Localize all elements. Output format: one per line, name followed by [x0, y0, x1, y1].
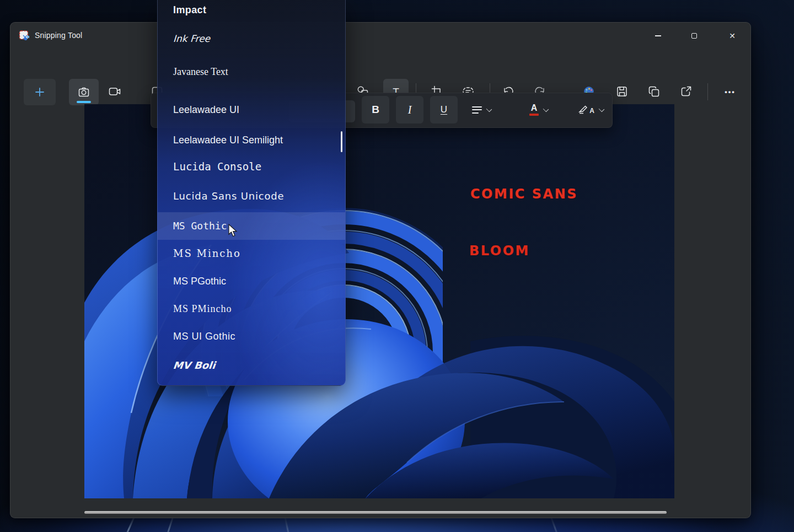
snipping-tool-app-icon: [18, 30, 30, 42]
font-family-dropdown: ImpactInk FreeJavanese TextLeelawadee UI…: [157, 0, 346, 386]
font-option-lucida-console[interactable]: Lucida Console: [158, 153, 345, 180]
font-option-ink-free[interactable]: Ink Free: [157, 25, 346, 52]
font-color-button[interactable]: A: [519, 98, 559, 121]
new-snip-button[interactable]: [24, 79, 56, 105]
close-button[interactable]: ✕: [720, 28, 745, 44]
italic-button[interactable]: I: [396, 96, 423, 123]
canvas-text-comic-sans: COMIC SANS: [470, 186, 578, 202]
share-icon: [679, 85, 693, 98]
font-option-lucida-sans-unicode[interactable]: Lucida Sans Unicode: [158, 182, 345, 210]
font-option-ms-pmincho[interactable]: MS PMincho: [158, 295, 345, 323]
font-option-ms-ui-gothic[interactable]: MS UI Gothic: [158, 323, 345, 350]
snipping-tool-window: Snipping Tool ✕: [10, 22, 751, 518]
toolbar: T: [10, 49, 750, 81]
snip-mode-button[interactable]: [69, 79, 99, 105]
share-button[interactable]: [674, 79, 698, 104]
font-option-leelawadee-ui[interactable]: Leelawadee UI: [158, 96, 345, 123]
font-option-ms-mincho[interactable]: MS Mincho: [158, 240, 345, 267]
video-camera-icon: [108, 85, 121, 98]
canvas-text-bloom: BLOOM: [469, 243, 530, 259]
minimize-button[interactable]: [645, 28, 670, 44]
font-option-javanese-text[interactable]: Javanese Text: [158, 58, 345, 85]
copy-icon: [647, 85, 661, 98]
toolbar-separator: [707, 83, 708, 100]
see-more-button[interactable]: •••: [718, 79, 742, 104]
camera-icon: [77, 85, 90, 99]
save-icon: [615, 85, 629, 98]
underline-button[interactable]: U: [430, 96, 458, 123]
bold-button[interactable]: B: [362, 96, 389, 123]
font-option-leelawadee-ui-semilight[interactable]: Leelawadee UI Semilight: [158, 126, 345, 154]
maximize-icon: [691, 33, 697, 39]
titlebar: Snipping Tool ✕: [10, 23, 750, 49]
chevron-down-icon: [543, 106, 549, 111]
alignment-icon: [472, 106, 482, 114]
alignment-button[interactable]: [462, 98, 501, 121]
horizontal-scrollbar[interactable]: [84, 511, 667, 514]
highlighter-icon: A: [578, 105, 594, 115]
font-option-ms-pgothic[interactable]: MS PGothic: [158, 267, 345, 295]
maximize-button[interactable]: [682, 28, 707, 44]
copy-button[interactable]: [642, 79, 666, 104]
save-button[interactable]: [610, 79, 634, 104]
highlight-color-button[interactable]: A: [571, 98, 611, 121]
minimize-icon: [655, 35, 661, 36]
chevron-down-icon: [486, 106, 491, 111]
font-option-mv-boli[interactable]: MV Boli: [157, 352, 346, 379]
font-color-icon: A: [529, 104, 539, 116]
chevron-down-icon: [599, 106, 604, 111]
font-color-swatch: [529, 114, 539, 116]
record-mode-button[interactable]: [103, 79, 127, 104]
window-title: Snipping Tool: [35, 31, 82, 40]
font-option-impact[interactable]: Impact: [158, 0, 345, 24]
selected-mode-indicator: [77, 101, 91, 103]
font-option-ms-gothic[interactable]: MS Gothic: [158, 212, 345, 240]
dropdown-scrollbar[interactable]: [341, 131, 342, 152]
mouse-cursor: [228, 224, 241, 238]
